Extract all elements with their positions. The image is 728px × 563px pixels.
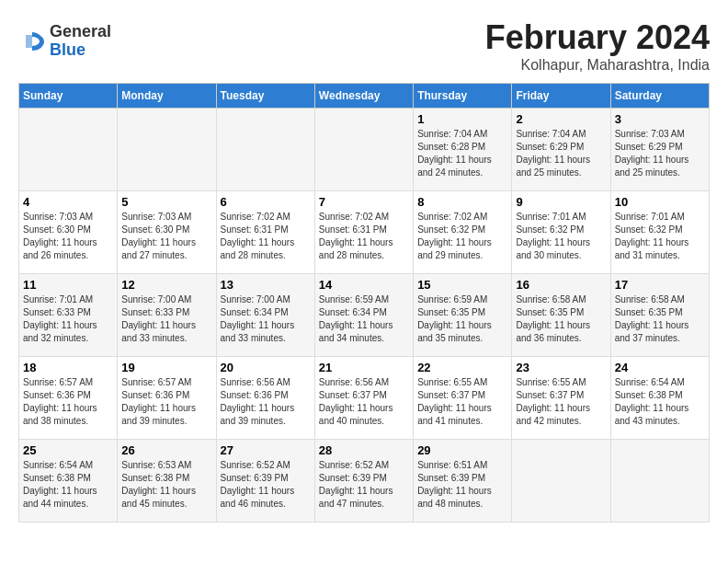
page-header: General Blue February 2024 Kolhapur, Mah… bbox=[18, 18, 710, 74]
day-cell bbox=[512, 440, 610, 523]
day-info: Sunrise: 6:51 AM Sunset: 6:39 PM Dayligh… bbox=[417, 459, 507, 511]
day-number: 13 bbox=[221, 278, 311, 292]
day-number: 25 bbox=[23, 443, 113, 457]
calendar-header: Sunday Monday Tuesday Wednesday Thursday… bbox=[19, 84, 710, 109]
logo-general: General bbox=[50, 23, 111, 41]
day-info: Sunrise: 6:52 AM Sunset: 6:39 PM Dayligh… bbox=[221, 459, 311, 511]
day-cell: 14Sunrise: 6:59 AM Sunset: 6:34 PM Dayli… bbox=[314, 274, 413, 357]
day-number: 26 bbox=[121, 443, 211, 457]
day-number: 19 bbox=[121, 361, 211, 374]
day-info: Sunrise: 7:01 AM Sunset: 6:32 PM Dayligh… bbox=[516, 211, 606, 262]
main-title: February 2024 bbox=[485, 18, 710, 57]
day-info: Sunrise: 6:57 AM Sunset: 6:36 PM Dayligh… bbox=[23, 376, 113, 428]
day-cell: 11Sunrise: 7:01 AM Sunset: 6:33 PM Dayli… bbox=[19, 274, 118, 357]
day-info: Sunrise: 7:01 AM Sunset: 6:32 PM Dayligh… bbox=[615, 211, 705, 262]
day-number: 18 bbox=[23, 361, 113, 374]
day-number: 27 bbox=[221, 443, 311, 457]
calendar-table: Sunday Monday Tuesday Wednesday Thursday… bbox=[18, 83, 710, 523]
day-info: Sunrise: 7:00 AM Sunset: 6:33 PM Dayligh… bbox=[121, 293, 211, 345]
day-cell: 17Sunrise: 6:58 AM Sunset: 6:35 PM Dayli… bbox=[610, 274, 709, 357]
day-number: 6 bbox=[221, 195, 311, 209]
day-info: Sunrise: 7:01 AM Sunset: 6:33 PM Dayligh… bbox=[23, 293, 113, 345]
day-info: Sunrise: 6:55 AM Sunset: 6:37 PM Dayligh… bbox=[516, 376, 606, 428]
header-row: Sunday Monday Tuesday Wednesday Thursday… bbox=[19, 84, 710, 109]
day-info: Sunrise: 7:03 AM Sunset: 6:30 PM Dayligh… bbox=[23, 211, 113, 262]
day-number: 3 bbox=[615, 112, 705, 126]
day-cell: 7Sunrise: 7:02 AM Sunset: 6:31 PM Daylig… bbox=[314, 191, 413, 274]
day-number: 16 bbox=[516, 278, 606, 292]
day-cell bbox=[610, 440, 709, 523]
day-cell: 4Sunrise: 7:03 AM Sunset: 6:30 PM Daylig… bbox=[19, 191, 118, 274]
week-row-2: 11Sunrise: 7:01 AM Sunset: 6:33 PM Dayli… bbox=[19, 274, 710, 357]
day-cell: 26Sunrise: 6:53 AM Sunset: 6:38 PM Dayli… bbox=[118, 440, 216, 523]
day-number: 2 bbox=[516, 112, 606, 126]
day-number: 29 bbox=[417, 443, 507, 457]
day-number: 10 bbox=[615, 195, 705, 209]
day-cell: 15Sunrise: 6:59 AM Sunset: 6:35 PM Dayli… bbox=[414, 274, 512, 357]
week-row-4: 25Sunrise: 6:54 AM Sunset: 6:38 PM Dayli… bbox=[19, 440, 710, 523]
day-cell bbox=[314, 109, 413, 191]
day-cell: 1Sunrise: 7:04 AM Sunset: 6:28 PM Daylig… bbox=[414, 109, 512, 191]
day-cell: 12Sunrise: 7:00 AM Sunset: 6:33 PM Dayli… bbox=[118, 274, 216, 357]
day-cell: 5Sunrise: 7:03 AM Sunset: 6:30 PM Daylig… bbox=[118, 191, 216, 274]
day-number: 7 bbox=[319, 195, 409, 209]
day-info: Sunrise: 6:54 AM Sunset: 6:38 PM Dayligh… bbox=[23, 459, 113, 511]
day-cell: 27Sunrise: 6:52 AM Sunset: 6:39 PM Dayli… bbox=[216, 440, 314, 523]
day-cell: 29Sunrise: 6:51 AM Sunset: 6:39 PM Dayli… bbox=[414, 440, 512, 523]
day-info: Sunrise: 6:53 AM Sunset: 6:38 PM Dayligh… bbox=[121, 459, 211, 511]
day-cell bbox=[118, 109, 216, 191]
day-info: Sunrise: 6:59 AM Sunset: 6:35 PM Dayligh… bbox=[417, 293, 507, 345]
day-info: Sunrise: 7:03 AM Sunset: 6:29 PM Dayligh… bbox=[615, 128, 705, 179]
day-cell bbox=[19, 109, 118, 191]
day-info: Sunrise: 7:04 AM Sunset: 6:29 PM Dayligh… bbox=[516, 128, 606, 179]
day-cell: 23Sunrise: 6:55 AM Sunset: 6:37 PM Dayli… bbox=[512, 357, 610, 440]
logo: General Blue bbox=[18, 23, 111, 60]
day-cell: 13Sunrise: 7:00 AM Sunset: 6:34 PM Dayli… bbox=[216, 274, 314, 357]
day-number: 15 bbox=[417, 278, 507, 292]
col-friday: Friday bbox=[512, 84, 610, 109]
week-row-0: 1Sunrise: 7:04 AM Sunset: 6:28 PM Daylig… bbox=[19, 109, 710, 191]
col-saturday: Saturday bbox=[610, 84, 709, 109]
day-number: 20 bbox=[221, 361, 311, 374]
day-info: Sunrise: 6:57 AM Sunset: 6:36 PM Dayligh… bbox=[121, 376, 211, 428]
logo-text: General Blue bbox=[50, 23, 111, 60]
day-cell: 22Sunrise: 6:55 AM Sunset: 6:37 PM Dayli… bbox=[414, 357, 512, 440]
day-cell bbox=[216, 109, 314, 191]
day-info: Sunrise: 6:55 AM Sunset: 6:37 PM Dayligh… bbox=[417, 376, 507, 428]
day-info: Sunrise: 6:56 AM Sunset: 6:37 PM Dayligh… bbox=[319, 376, 409, 428]
logo-icon bbox=[18, 28, 46, 55]
week-row-1: 4Sunrise: 7:03 AM Sunset: 6:30 PM Daylig… bbox=[19, 191, 710, 274]
col-sunday: Sunday bbox=[19, 84, 118, 109]
day-cell: 21Sunrise: 6:56 AM Sunset: 6:37 PM Dayli… bbox=[314, 357, 413, 440]
logo-blue: Blue bbox=[50, 41, 111, 60]
day-number: 9 bbox=[516, 195, 606, 209]
day-info: Sunrise: 7:02 AM Sunset: 6:31 PM Dayligh… bbox=[221, 211, 311, 262]
day-number: 23 bbox=[516, 361, 606, 374]
day-cell: 3Sunrise: 7:03 AM Sunset: 6:29 PM Daylig… bbox=[610, 109, 709, 191]
col-tuesday: Tuesday bbox=[216, 84, 314, 109]
day-cell: 6Sunrise: 7:02 AM Sunset: 6:31 PM Daylig… bbox=[216, 191, 314, 274]
day-number: 21 bbox=[319, 361, 409, 374]
title-block: February 2024 Kolhapur, Maharashtra, Ind… bbox=[485, 18, 710, 74]
day-info: Sunrise: 6:58 AM Sunset: 6:35 PM Dayligh… bbox=[615, 293, 705, 345]
day-info: Sunrise: 7:00 AM Sunset: 6:34 PM Dayligh… bbox=[221, 293, 311, 345]
day-info: Sunrise: 6:52 AM Sunset: 6:39 PM Dayligh… bbox=[319, 459, 409, 511]
day-number: 14 bbox=[319, 278, 409, 292]
day-cell: 18Sunrise: 6:57 AM Sunset: 6:36 PM Dayli… bbox=[19, 357, 118, 440]
subtitle: Kolhapur, Maharashtra, India bbox=[485, 57, 710, 74]
col-thursday: Thursday bbox=[414, 84, 512, 109]
week-row-3: 18Sunrise: 6:57 AM Sunset: 6:36 PM Dayli… bbox=[19, 357, 710, 440]
day-info: Sunrise: 7:03 AM Sunset: 6:30 PM Dayligh… bbox=[121, 211, 211, 262]
day-number: 12 bbox=[121, 278, 211, 292]
day-cell: 8Sunrise: 7:02 AM Sunset: 6:32 PM Daylig… bbox=[414, 191, 512, 274]
col-wednesday: Wednesday bbox=[314, 84, 413, 109]
day-number: 22 bbox=[417, 361, 507, 374]
day-info: Sunrise: 6:58 AM Sunset: 6:35 PM Dayligh… bbox=[516, 293, 606, 345]
day-cell: 25Sunrise: 6:54 AM Sunset: 6:38 PM Dayli… bbox=[19, 440, 118, 523]
day-cell: 28Sunrise: 6:52 AM Sunset: 6:39 PM Dayli… bbox=[314, 440, 413, 523]
day-info: Sunrise: 7:04 AM Sunset: 6:28 PM Dayligh… bbox=[417, 128, 507, 179]
day-cell: 20Sunrise: 6:56 AM Sunset: 6:36 PM Dayli… bbox=[216, 357, 314, 440]
day-cell: 9Sunrise: 7:01 AM Sunset: 6:32 PM Daylig… bbox=[512, 191, 610, 274]
day-info: Sunrise: 7:02 AM Sunset: 6:32 PM Dayligh… bbox=[417, 211, 507, 262]
day-cell: 19Sunrise: 6:57 AM Sunset: 6:36 PM Dayli… bbox=[118, 357, 216, 440]
